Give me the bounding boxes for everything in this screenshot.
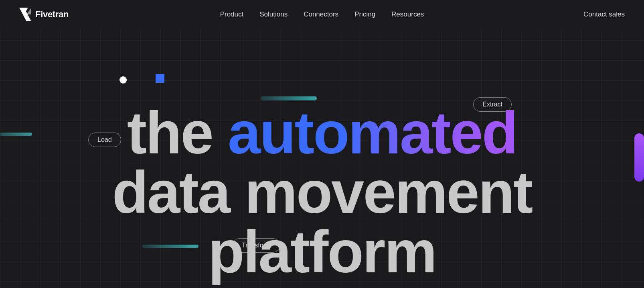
headline-automated: automated: [228, 100, 517, 166]
purple-pill-right: [634, 133, 644, 182]
logo-icon: [19, 8, 31, 21]
nav-solutions[interactable]: Solutions: [259, 10, 288, 18]
headline-line2: data movement: [112, 163, 532, 222]
teal-pill-left: [0, 133, 32, 136]
contact-sales-link[interactable]: Contact sales: [583, 10, 625, 18]
headline-line1: the automated: [112, 103, 532, 163]
hero-heading: the automated data movement platform: [112, 103, 532, 282]
blue-square-decoration: [156, 74, 164, 83]
headline-the: the: [127, 100, 228, 166]
nav-links: Product Solutions Connectors Pricing Res…: [220, 10, 424, 18]
navbar: Fivetran Product Solutions Connectors Pr…: [0, 0, 644, 29]
headline-line3: platform: [112, 222, 532, 282]
nav-product[interactable]: Product: [220, 10, 244, 18]
hero-section: Extract Load Transform the automated dat…: [0, 29, 644, 288]
nav-pricing[interactable]: Pricing: [354, 10, 375, 18]
logo[interactable]: Fivetran: [19, 8, 69, 21]
nav-connectors[interactable]: Connectors: [304, 10, 338, 18]
nav-resources[interactable]: Resources: [391, 10, 424, 18]
logo-text: Fivetran: [35, 9, 69, 20]
white-dot-decoration: [119, 76, 127, 84]
